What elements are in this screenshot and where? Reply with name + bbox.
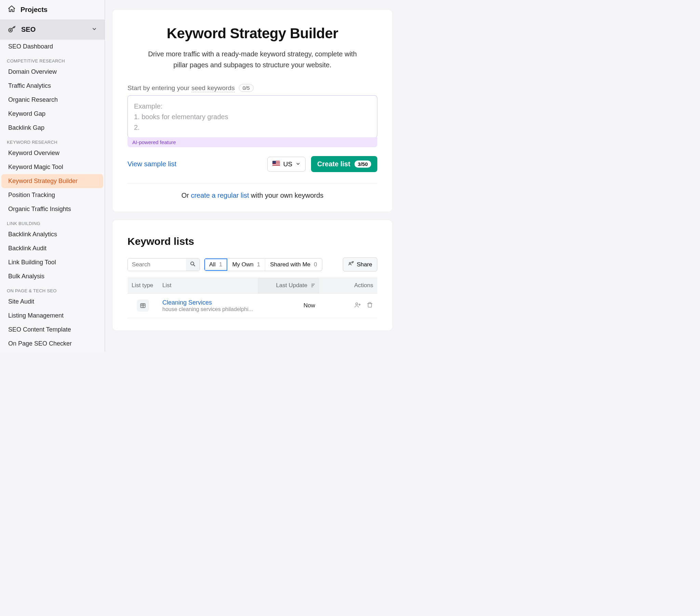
sidebar-item-keyword-gap[interactable]: Keyword Gap (1, 107, 103, 121)
seed-label-tooltip[interactable]: seed keywords (191, 84, 235, 92)
nav-projects-label: Projects (21, 6, 48, 14)
sidebar-item-domain-overview[interactable]: Domain Overview (1, 65, 103, 79)
lists-search-button[interactable] (186, 258, 200, 271)
sidebar-item-keyword-strategy-builder[interactable]: Keyword Strategy Builder (1, 174, 103, 188)
list-type-icon (137, 299, 149, 312)
filter-tab-count: 0 (314, 261, 317, 268)
nav-projects[interactable]: Projects (0, 0, 104, 20)
keyword-lists-table: List type List Last Update Actions Cle (127, 278, 377, 318)
builder-card: Keyword Strategy Builder Drive more traf… (112, 10, 392, 212)
sidebar-item-link-building-tool[interactable]: Link Building Tool (1, 255, 103, 269)
sidebar-item-traffic-analytics[interactable]: Traffic Analytics (1, 79, 103, 93)
create-regular-list-link[interactable]: create a regular list (191, 192, 249, 199)
keyword-lists-title: Keyword lists (127, 235, 377, 247)
trash-icon[interactable] (366, 301, 373, 310)
list-name-link[interactable]: Cleaning Services (162, 299, 254, 306)
ai-feature-tag: AI-powered feature (127, 137, 377, 147)
chevron-down-icon (91, 26, 97, 34)
lists-search-input[interactable] (128, 258, 186, 271)
share-label: Share (357, 261, 372, 268)
svg-point-10 (349, 262, 351, 264)
share-button[interactable]: Share (343, 257, 377, 271)
sidebar-item-organic-traffic-insights[interactable]: Organic Traffic Insights (1, 202, 103, 216)
lists-filter-tabs: All1My Own1Shared with Me0 (204, 258, 322, 271)
filter-tab-count: 1 (219, 261, 222, 268)
seed-label-pre: Start by entering your (127, 84, 191, 91)
builder-action-row: View sample list US Create list 3/50 (127, 156, 377, 172)
svg-rect-17 (140, 304, 145, 308)
sidebar-item-backlink-audit[interactable]: Backlink Audit (1, 241, 103, 255)
page-title: Keyword Strategy Builder (127, 25, 377, 42)
seed-label-row: Start by entering your seed keywords 0/5 (127, 84, 377, 92)
sidebar-section-label: ON PAGE & TECH SEO (0, 283, 104, 295)
svg-rect-24 (368, 303, 372, 307)
add-user-icon[interactable] (354, 301, 361, 310)
sidebar-item-position-tracking[interactable]: Position Tracking (1, 188, 103, 202)
or-create-regular: Or create a regular list with your own k… (127, 192, 377, 200)
seed-count-badge: 0/5 (239, 84, 254, 92)
main-content: Keyword Strategy Builder Drive more traf… (105, 0, 400, 352)
filter-tab-label: All (209, 261, 216, 268)
filter-tab-all[interactable]: All1 (204, 258, 227, 271)
nav-seo-toggle[interactable]: SEO (0, 20, 104, 40)
target-icon (8, 24, 16, 35)
lists-search-field (127, 258, 200, 271)
sidebar-section-label: KEYWORD RESEARCH (0, 135, 104, 146)
flag-us-icon (272, 161, 280, 168)
col-list-type: List type (127, 278, 158, 294)
svg-rect-16 (311, 286, 313, 287)
sidebar-item-on-page-seo-checker[interactable]: On Page SEO Checker (1, 337, 103, 351)
sidebar-item-seo-content-template[interactable]: SEO Content Template (1, 323, 103, 337)
filter-tab-shared[interactable]: Shared with Me0 (265, 258, 322, 271)
country-code: US (283, 161, 292, 168)
sidebar-section-label: COMPETITIVE RESEARCH (0, 54, 104, 65)
chevron-down-icon (296, 161, 300, 168)
page-subtitle: Drive more traffic with a ready-made key… (143, 49, 362, 70)
search-icon (190, 261, 196, 268)
sidebar-item-bulk-analysis[interactable]: Bulk Analysis (1, 269, 103, 283)
nav-seo-label: SEO (21, 26, 36, 34)
seed-keywords-input[interactable]: Example:1. books for elementary grades2. (127, 95, 377, 138)
create-list-label: Create list (317, 160, 350, 168)
filter-tab-my-own[interactable]: My Own1 (227, 258, 265, 271)
sidebar: Projects SEO SEO DashboardCOMPETITIVE RE… (0, 0, 105, 352)
sidebar-item-backlink-analytics[interactable]: Backlink Analytics (1, 228, 103, 241)
country-select[interactable]: US (267, 157, 305, 172)
svg-line-9 (193, 265, 195, 266)
svg-point-1 (10, 30, 11, 31)
sidebar-item-site-audit[interactable]: Site Audit (1, 295, 103, 309)
svg-rect-15 (311, 285, 314, 286)
svg-rect-5 (272, 164, 280, 165)
sort-desc-icon (311, 282, 315, 289)
share-icon (348, 260, 354, 268)
divider (127, 183, 377, 183)
sidebar-item-backlink-gap[interactable]: Backlink Gap (1, 121, 103, 135)
list-last-update: Now (258, 293, 319, 318)
filter-tab-count: 1 (257, 261, 260, 268)
svg-rect-7 (272, 161, 276, 164)
svg-rect-6 (272, 166, 280, 166)
sidebar-item-listing-management[interactable]: Listing Management (1, 309, 103, 323)
col-last-update[interactable]: Last Update (258, 278, 319, 294)
sidebar-item-keyword-magic-tool[interactable]: Keyword Magic Tool (1, 160, 103, 174)
filter-tab-label: Shared with Me (270, 261, 310, 268)
svg-point-21 (356, 303, 358, 305)
svg-rect-14 (311, 284, 315, 284)
col-list: List (158, 278, 258, 294)
sidebar-item-seo-dashboard[interactable]: SEO Dashboard (1, 40, 103, 54)
create-list-count-badge: 3/50 (354, 161, 371, 168)
table-row: Cleaning Services house cleaning service… (127, 293, 377, 318)
sidebar-item-keyword-overview[interactable]: Keyword Overview (1, 146, 103, 160)
sidebar-item-organic-research[interactable]: Organic Research (1, 93, 103, 107)
view-sample-link[interactable]: View sample list (127, 160, 176, 168)
sidebar-item-log-file-analyzer[interactable]: Log File Analyzer (1, 351, 103, 352)
col-actions: Actions (319, 278, 377, 294)
list-subtitle: house cleaning services philadelphi... (162, 306, 254, 312)
keyword-lists-card: Keyword lists All1My Own1Shared with Me0… (112, 220, 392, 331)
create-list-button[interactable]: Create list 3/50 (311, 156, 377, 172)
home-icon (8, 5, 16, 15)
sidebar-section-label: LINK BUILDING (0, 216, 104, 228)
filter-tab-label: My Own (232, 261, 253, 268)
lists-toolbar: All1My Own1Shared with Me0 Share (127, 257, 377, 271)
